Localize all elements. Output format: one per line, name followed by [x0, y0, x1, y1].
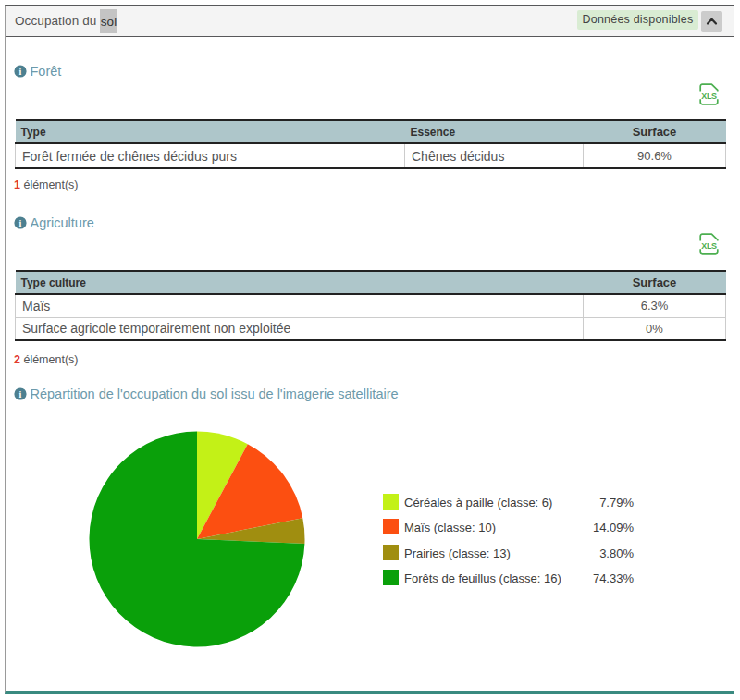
- svg-text:i: i: [19, 218, 22, 228]
- svg-text:XLS: XLS: [701, 241, 717, 251]
- svg-text:i: i: [19, 67, 22, 77]
- svg-text:XLS: XLS: [701, 92, 717, 101]
- svg-text:i: i: [19, 388, 22, 399]
